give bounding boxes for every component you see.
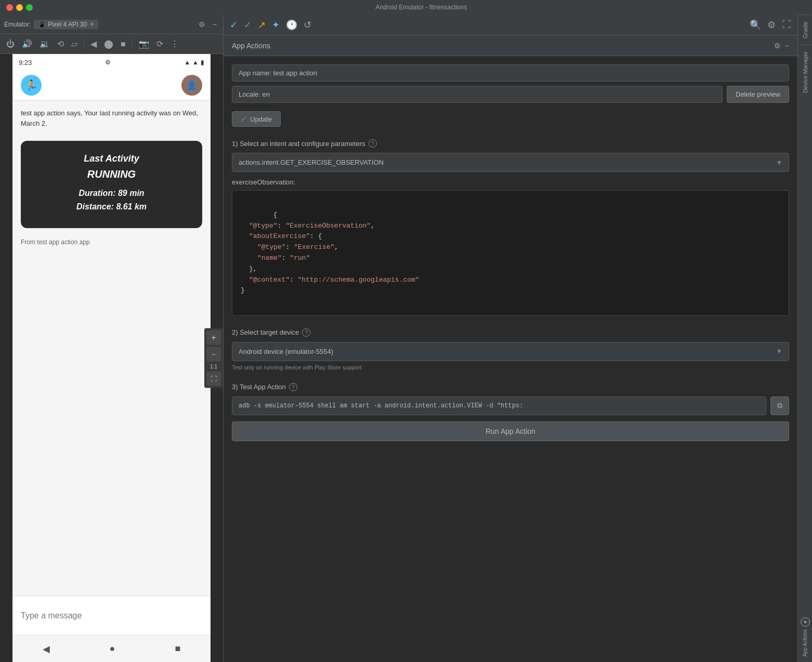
google-icon (800, 617, 810, 627)
section1-help-icon[interactable]: ? (369, 139, 377, 148)
message-input[interactable] (21, 611, 202, 620)
wifi-icon: ▲ (184, 59, 190, 66)
nav-recent-icon[interactable]: ■ (175, 643, 181, 654)
device-dropdown-arrow: ▼ (776, 348, 782, 355)
adb-command-input[interactable] (232, 396, 766, 415)
screenshot-icon[interactable]: ⟳ (154, 38, 165, 50)
zoom-in-button[interactable]: + (206, 330, 221, 345)
emulator-label: Emulator: (4, 21, 31, 28)
header-minimize-icon[interactable]: − (785, 42, 789, 50)
header-settings-icon[interactable]: ⚙ (774, 42, 781, 50)
section1-text: 1) Select an intent and configure parame… (232, 140, 365, 148)
device-tab[interactable]: 📱 Pixel 4 API 30 ✕ (34, 20, 98, 29)
run-app-action-button[interactable]: Run App Action (232, 421, 789, 441)
app-name-input[interactable] (232, 64, 789, 82)
back-nav-icon[interactable]: ◀ (88, 38, 99, 50)
nav-back-icon[interactable]: ◀ (43, 643, 50, 655)
section3-label: 3) Test App Action ? (232, 383, 789, 391)
search-icon[interactable]: 🔍 (750, 19, 761, 31)
emulator-actions: ⏻ 🔊 🔉 ⟲ ▱ ◀ ⬤ ■ 📷 ⟳ ⋮ (0, 34, 223, 54)
copy-adb-button[interactable]: ⧉ (770, 396, 789, 415)
check-icon[interactable]: ✓ (230, 19, 238, 31)
activity-card: Last Activity RUNNING Duration: 89 min D… (21, 141, 202, 228)
sidebar-tab-app-actions[interactable]: App Actions (797, 612, 813, 662)
section2-text: 2) Select target device (232, 328, 299, 336)
pin-icon[interactable]: ✦ (272, 19, 280, 31)
code-editor[interactable]: { "@type": "ExerciseObservation", "about… (232, 190, 789, 316)
section3-help-icon[interactable]: ? (289, 383, 297, 391)
external-icon[interactable]: ⛶ (782, 19, 791, 30)
emulator-toolbar: Emulator: 📱 Pixel 4 API 30 ✕ ⚙ − (0, 15, 223, 34)
intent-dropdown-value: actions.intent.GET_EXERCISE_OBSERVATION (239, 158, 384, 166)
minimize-icon[interactable]: − (211, 19, 219, 30)
phone-status-bar: 9:23 ⚙ ▲ ▲ ▮ (12, 54, 211, 71)
section1-label: 1) Select an intent and configure parame… (232, 139, 789, 148)
activity-duration: Duration: 89 min (33, 189, 190, 198)
sidebar-tab-gradle[interactable]: Gradle (799, 15, 811, 45)
phone-screen: 9:23 ⚙ ▲ ▲ ▮ 🏃 👤 test app action says, Y… (12, 54, 211, 662)
traffic-lights (6, 4, 33, 11)
param-label: exerciseObservation: (232, 178, 789, 186)
square-nav-icon[interactable]: ■ (119, 38, 128, 50)
activity-title: Last Activity (33, 153, 190, 164)
app-actions-header: App Actions ⚙ − (224, 35, 797, 56)
delete-preview-button[interactable]: Delete preview (727, 86, 789, 103)
more-icon[interactable]: ⋮ (168, 38, 181, 50)
device-hint: Test only on running device with Play St… (232, 364, 789, 370)
title-bar: Android Emulator - fitnessactions (0, 0, 812, 15)
nav-home-icon[interactable]: ● (110, 643, 115, 654)
emulator-panel: Emulator: 📱 Pixel 4 API 30 ✕ ⚙ − ⏻ 🔊 🔉 ⟲… (0, 15, 224, 662)
update-label: Update (250, 115, 272, 123)
minimize-button[interactable] (16, 4, 23, 11)
locale-row: Delete preview (232, 86, 789, 103)
main-layout: Emulator: 📱 Pixel 4 API 30 ✕ ⚙ − ⏻ 🔊 🔉 ⟲… (0, 15, 812, 662)
close-button[interactable] (6, 4, 13, 11)
sidebar-tab-device-manager[interactable]: Device Manager (799, 45, 811, 99)
portrait-icon[interactable]: ▱ (69, 38, 80, 50)
activity-type: RUNNING (33, 168, 190, 180)
section3-text: 3) Test App Action (232, 383, 286, 391)
device-dropdown[interactable]: Android device (emulator-5554) ▼ (232, 342, 789, 361)
toolbar-divider (84, 39, 84, 49)
volume-up-icon[interactable]: 🔊 (20, 38, 34, 50)
phone-time: 9:23 (19, 59, 32, 67)
section2-label: 2) Select target device ? (232, 328, 789, 337)
settings-gear-icon[interactable]: ⚙ (103, 58, 113, 67)
home-nav-icon[interactable]: ⬤ (102, 38, 115, 50)
zoom-controls: + − 1:1 ⛶ (204, 328, 223, 388)
phone-message: test app action says, Your last running … (12, 100, 211, 137)
maximize-button[interactable] (26, 4, 33, 11)
power-icon[interactable]: ⏻ (4, 38, 17, 50)
adb-row: ⧉ (232, 396, 789, 415)
check-green-icon[interactable]: ✓ (244, 19, 252, 31)
message-input-bar (12, 595, 211, 635)
section2-help-icon[interactable]: ? (302, 328, 310, 337)
device-dropdown-value: Android device (emulator-5554) (239, 348, 333, 355)
battery-icon: ▮ (201, 59, 204, 66)
app-actions-title: App Actions (232, 42, 770, 50)
phone-nav-bar: ◀ ● ■ (12, 635, 211, 662)
zoom-out-button[interactable]: − (206, 347, 221, 362)
intent-dropdown-arrow: ▼ (776, 159, 782, 166)
settings-toolbar-icon[interactable]: ⚙ (767, 19, 776, 31)
signal-icon: ▲ (192, 59, 199, 66)
update-button[interactable]: ✓ Update (232, 111, 281, 127)
clock-icon[interactable]: 🕐 (286, 19, 297, 31)
user-avatar[interactable]: 👤 (181, 75, 202, 96)
toolbar-divider-2 (132, 39, 133, 49)
window-title: Android Emulator - fitnessactions (37, 4, 806, 11)
arrow-up-right-icon[interactable]: ↗ (258, 19, 266, 31)
locale-input[interactable] (232, 86, 723, 103)
settings-icon[interactable]: ⚙ (197, 19, 207, 30)
rotate-icon[interactable]: ⟲ (55, 38, 66, 50)
undo-icon[interactable]: ↺ (304, 19, 311, 31)
activity-distance: Distance: 8.61 km (33, 202, 190, 211)
fullscreen-button[interactable]: ⛶ (206, 372, 221, 386)
device-tab-label: Pixel 4 API 30 (48, 21, 87, 28)
update-check-icon: ✓ (241, 115, 247, 123)
volume-down-icon[interactable]: 🔉 (37, 38, 52, 50)
intent-dropdown[interactable]: actions.intent.GET_EXERCISE_OBSERVATION … (232, 153, 789, 172)
zoom-label: 1:1 (206, 364, 221, 369)
camera-icon[interactable]: 📷 (137, 38, 151, 50)
device-tab-close[interactable]: ✕ (90, 21, 94, 27)
